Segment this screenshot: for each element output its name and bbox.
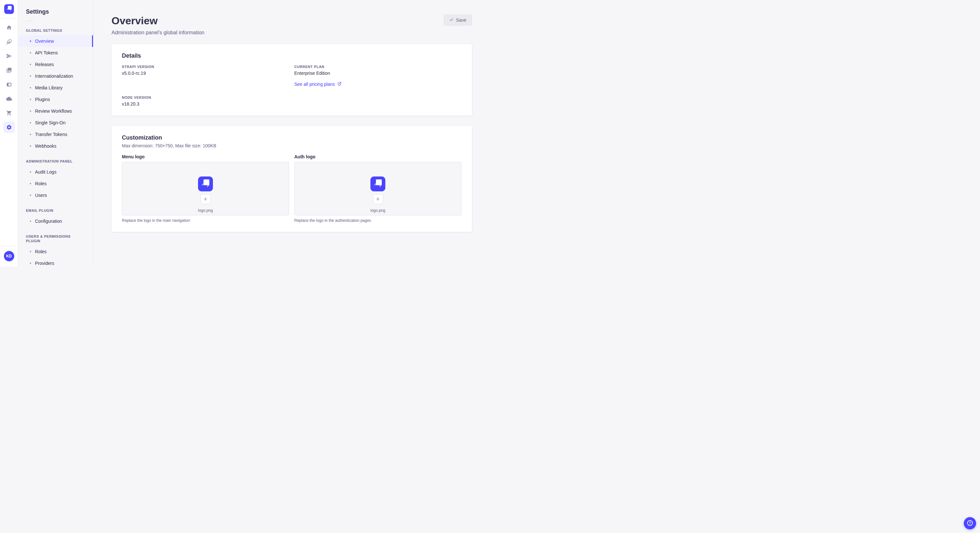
bullet-icon (30, 251, 31, 252)
plus-icon: + (376, 195, 380, 202)
details-card: Details STRAPI VERSION v5.0.0-rc.19 CURR… (111, 44, 472, 116)
auth-logo-block: Auth logo + logo.png Replace the logo in… (294, 154, 461, 223)
auth-logo-preview[interactable] (371, 176, 385, 191)
sidebar-item-admin-roles[interactable]: Roles (18, 178, 93, 189)
node-version-field: NODE VERSION v18.20.3 (122, 95, 289, 106)
bullet-icon (30, 64, 31, 65)
field-value: v18.20.3 (122, 102, 289, 106)
menu-logo-label: Menu logo (122, 154, 289, 159)
sidebar-item-audit-logs[interactable]: Audit Logs (18, 166, 93, 178)
rail-divider-bottom (0, 246, 18, 246)
page-header: Overview Administration panel's global i… (111, 14, 472, 36)
sidebar-item-plugins[interactable]: Plugins (18, 94, 93, 105)
section-administration-panel: ADMINISTRATION PANEL Audit Logs Roles Us… (18, 159, 93, 201)
bullet-icon (30, 134, 31, 135)
bullet-icon (30, 122, 31, 124)
field-label: CURRENT PLAN (294, 65, 461, 69)
customization-heading: Customization (122, 134, 461, 141)
settings-sidebar: Settings GLOBAL SETTINGS Overview API To… (18, 0, 93, 266)
strapi-version-field: STRAPI VERSION v5.0.0-rc.19 (122, 65, 289, 87)
sidebar-item-releases[interactable]: Releases (18, 59, 93, 70)
menu-logo-block: Menu logo + logo.png Replace the logo in… (122, 154, 289, 223)
sidebar-item-overview[interactable]: Overview (18, 35, 93, 47)
external-link-icon (337, 82, 342, 87)
section-email-plugin: EMAIL PLUGIN Configuration (18, 208, 93, 227)
customization-card: Customization Max dimension: 750×750, Ma… (111, 126, 472, 232)
field-label: NODE VERSION (122, 95, 289, 99)
auth-logo-label: Auth logo (294, 154, 461, 159)
sidebar-item-api-tokens[interactable]: API Tokens (18, 47, 93, 59)
home-icon[interactable] (3, 22, 15, 33)
section-label: USERS & PERMISSIONS PLUGIN (18, 234, 93, 243)
cloud-icon[interactable] (3, 93, 15, 105)
bullet-icon (30, 87, 31, 89)
bullet-icon (30, 110, 31, 112)
logo-file-name: logo.png (371, 208, 385, 213)
details-heading: Details (122, 52, 461, 60)
section-label: GLOBAL SETTINGS (18, 28, 93, 33)
auth-logo-dropzone[interactable]: + logo.png (294, 162, 461, 215)
menu-logo-preview[interactable] (198, 176, 213, 191)
sidebar-item-up-roles[interactable]: Roles (18, 246, 93, 257)
section-global-settings: GLOBAL SETTINGS Overview API Tokens Rele… (18, 28, 93, 152)
sidebar-item-webhooks[interactable]: Webhooks (18, 140, 93, 152)
feather-icon[interactable] (3, 36, 15, 48)
field-label: STRAPI VERSION (122, 65, 289, 69)
logo-file-name: logo.png (198, 208, 213, 213)
sidebar-item-up-providers[interactable]: Providers (18, 257, 93, 266)
settings-gear-icon[interactable] (3, 121, 15, 133)
cart-icon[interactable] (3, 107, 15, 119)
sidebar-item-transfer-tokens[interactable]: Transfer Tokens (18, 128, 93, 140)
strapi-logo-icon (201, 179, 210, 189)
add-logo-button[interactable]: + (373, 194, 383, 204)
bullet-icon (30, 145, 31, 147)
save-button[interactable]: Save (444, 14, 472, 25)
strapi-logo-icon (373, 179, 382, 189)
section-label: ADMINISTRATION PANEL (18, 159, 93, 163)
bullet-icon (30, 220, 31, 222)
strapi-logo-icon (6, 5, 12, 13)
menu-logo-caption: Replace the logo in the main navigation (122, 218, 289, 223)
bullet-icon (30, 40, 31, 42)
rail-nav (3, 22, 15, 133)
bullet-icon (30, 75, 31, 77)
page-subtitle: Administration panel's global informatio… (111, 30, 205, 36)
field-value: Enterprise Edition (294, 71, 461, 76)
customization-constraints: Max dimension: 750×750, Max file size: 1… (122, 143, 461, 148)
bullet-icon (30, 183, 31, 184)
main-content: Overview Administration panel's global i… (93, 0, 490, 266)
bullet-icon (30, 195, 31, 196)
icon-rail: KD (0, 0, 18, 266)
section-label: EMAIL PLUGIN (18, 208, 93, 213)
bullet-icon (30, 99, 31, 100)
avatar[interactable]: KD (4, 251, 14, 261)
layout-icon[interactable] (3, 79, 15, 90)
sidebar-item-single-sign-on[interactable]: Single Sign-On (18, 117, 93, 128)
page-title: Overview (111, 14, 205, 27)
menu-logo-dropzone[interactable]: + logo.png (122, 162, 289, 215)
field-value: v5.0.0-rc.19 (122, 71, 289, 76)
sidebar-item-admin-users[interactable]: Users (18, 189, 93, 201)
bullet-icon (30, 263, 31, 264)
section-users-permissions-plugin: USERS & PERMISSIONS PLUGIN Roles Provide… (18, 234, 93, 266)
sidebar-item-email-configuration[interactable]: Configuration (18, 215, 93, 227)
add-logo-button[interactable]: + (200, 194, 211, 204)
paper-plane-icon[interactable] (3, 50, 15, 62)
sidebar-item-internationalization[interactable]: Internationalization (18, 70, 93, 82)
sidebar-item-review-workflows[interactable]: Review Workflows (18, 105, 93, 117)
strapi-logo-button[interactable] (4, 4, 14, 14)
media-library-icon[interactable] (3, 65, 15, 76)
sidebar-title: Settings (18, 8, 93, 16)
pricing-plans-link[interactable]: See all pricing plans (294, 82, 342, 87)
current-plan-field: CURRENT PLAN Enterprise Edition See all … (294, 65, 461, 87)
bullet-icon (30, 52, 31, 54)
sidebar-item-media-library[interactable]: Media Library (18, 82, 93, 94)
check-icon (450, 17, 453, 23)
plus-icon: + (204, 195, 207, 202)
auth-logo-caption: Replace the logo in the authentication p… (294, 218, 461, 223)
bullet-icon (30, 171, 31, 173)
